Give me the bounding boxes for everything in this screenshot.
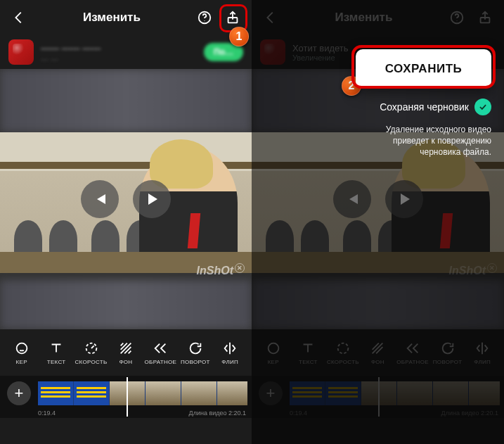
video-preview[interactable]: InShOt✕ <box>0 69 252 329</box>
tool-sticker[interactable]: КЕР <box>5 341 39 365</box>
tool-flip[interactable]: ФЛИП <box>465 341 499 365</box>
timeline-thumb[interactable] <box>217 381 247 405</box>
timeline-thumb[interactable] <box>38 381 73 405</box>
save-draft-toggle[interactable]: Сохраняя черновик <box>380 99 491 115</box>
playhead[interactable] <box>378 377 380 417</box>
play-button[interactable] <box>385 180 423 218</box>
tool-speed[interactable]: СКОРОСТЬ <box>75 341 108 365</box>
tool-text[interactable]: ТЕКСТ <box>291 341 325 365</box>
play-controls <box>333 180 423 218</box>
svg-point-9 <box>338 343 349 353</box>
add-clip-button[interactable]: + <box>259 381 283 405</box>
timeline-thumb[interactable] <box>146 381 181 405</box>
tool-rotate[interactable]: ПОВОРОТ <box>431 341 465 365</box>
back-icon[interactable] <box>10 8 28 27</box>
tool-background[interactable]: ФОН <box>361 341 394 365</box>
svg-point-1 <box>204 20 205 21</box>
close-icon[interactable]: ✕ <box>235 263 245 273</box>
page-title: Изменить <box>28 11 195 25</box>
timeline-thumb[interactable] <box>74 381 109 405</box>
playhead[interactable] <box>127 377 128 417</box>
edit-toolbar: КЕР ТЕКСТ СКОРОСТЬ ФОН ОБРАТНОЕ ПОВОРОТ … <box>0 329 252 376</box>
ad-text: —— —— —— … … <box>41 43 197 62</box>
timeline[interactable]: + 0:19.4 Длина видео 2:20.1 <box>252 376 504 418</box>
watermark[interactable]: InShOt✕ <box>197 263 245 277</box>
play-controls <box>81 180 171 218</box>
tool-background[interactable]: ФОН <box>109 341 143 365</box>
header: Изменить <box>252 0 504 35</box>
tool-flip[interactable]: ФЛИП <box>213 341 247 365</box>
ad-title: —— —— —— <box>41 43 197 53</box>
svg-point-6 <box>456 20 457 21</box>
add-clip-button[interactable]: + <box>7 381 31 405</box>
header: Изменить <box>0 0 252 35</box>
current-time: 0:19.4 <box>38 410 56 417</box>
check-icon[interactable] <box>474 99 491 115</box>
prev-button[interactable] <box>333 180 371 218</box>
save-draft-label: Сохраняя черновик <box>380 101 469 113</box>
time-info: 0:19.4 Длина видео 2:20.1 <box>290 410 498 417</box>
phone-screen-right: Изменить Хотит видеть Увеличение <box>252 0 504 444</box>
timeline[interactable]: + 0:19.4 Длина видео 2:20.1 <box>0 376 252 418</box>
share-icon[interactable] <box>476 8 494 27</box>
svg-point-8 <box>268 343 278 353</box>
page-title: Изменить <box>280 11 448 25</box>
play-button[interactable] <box>133 180 171 218</box>
time-info: 0:19.4 Длина видео 2:20.1 <box>38 410 246 417</box>
tool-text[interactable]: ТЕКСТ <box>39 341 73 365</box>
edit-toolbar: КЕР ТЕКСТ СКОРОСТЬ ФОН ОБРАТНОЕ ПОВОРОТ … <box>252 329 504 376</box>
svg-point-3 <box>16 343 27 353</box>
callout-number-1: 1 <box>229 27 249 46</box>
help-icon[interactable] <box>448 8 466 27</box>
ad-app-icon <box>8 39 34 65</box>
timeline-track[interactable] <box>290 381 500 405</box>
save-warning-text: Удаление исходного видео приведет к повр… <box>365 124 491 158</box>
tool-sticker[interactable]: КЕР <box>257 341 290 365</box>
ad-subtitle: … … <box>41 53 197 62</box>
ad-app-icon <box>260 39 285 65</box>
back-icon[interactable] <box>261 8 280 27</box>
timeline-track[interactable] <box>38 381 247 405</box>
help-icon[interactable] <box>195 8 214 27</box>
tool-rotate[interactable]: ПОВОРОТ <box>179 341 212 365</box>
callout-ring-2 <box>351 45 496 89</box>
tool-speed[interactable]: СКОРОСТЬ <box>326 341 360 365</box>
close-icon[interactable]: ✕ <box>487 263 497 273</box>
phone-screen-left: Изменить —— —— —— … … По… <box>0 0 252 444</box>
timeline-thumb[interactable] <box>181 381 217 405</box>
watermark[interactable]: InShOt✕ <box>449 263 497 277</box>
prev-button[interactable] <box>81 180 119 218</box>
ad-banner[interactable]: —— —— —— … … По… <box>0 35 252 69</box>
tool-reverse[interactable]: ОБРАТНОЕ <box>143 341 177 365</box>
total-time: Длина видео 2:20.1 <box>189 410 246 417</box>
tool-reverse[interactable]: ОБРАТНОЕ <box>396 341 429 365</box>
